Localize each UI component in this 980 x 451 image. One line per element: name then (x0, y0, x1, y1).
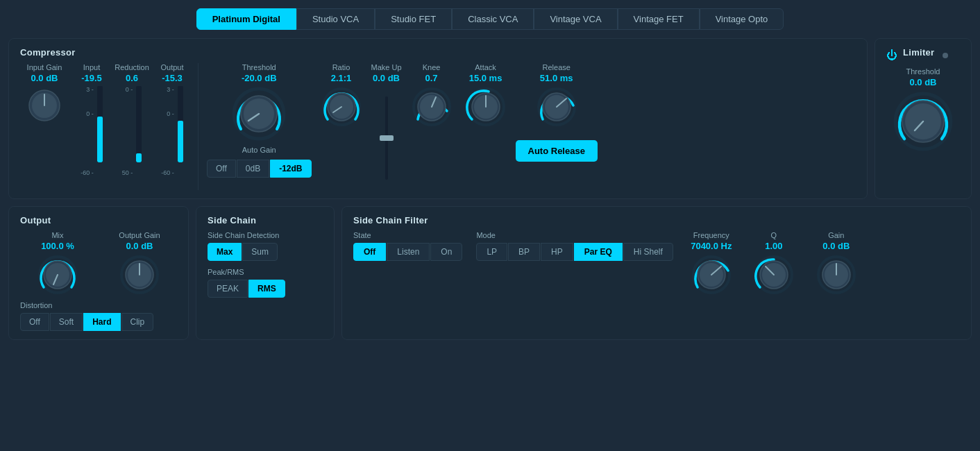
filter-gain-knob[interactable] (816, 254, 857, 296)
sidechainfilter-title: Side Chain Filter (353, 215, 960, 226)
tab-vintage-vca[interactable]: Vintage VCA (534, 8, 617, 30)
threshold-knob[interactable] (231, 86, 287, 142)
distortion-soft[interactable]: Soft (50, 313, 83, 331)
peakrms-label: Peak/RMS (208, 268, 323, 276)
knee-group: Knee 0.7 (407, 63, 456, 128)
auto-gain-buttons: Off 0dB -12dB (207, 160, 312, 178)
mix-group: Mix 100.0 % (33, 231, 82, 296)
sidechainfilter-panel: Side Chain Filter State Off Listen On Mo… (341, 206, 972, 340)
input-gain-knob[interactable] (25, 86, 64, 125)
sidechain-content: Side Chain Detection Max Sum Peak/RMS PE… (208, 231, 323, 298)
state-on[interactable]: On (430, 243, 462, 261)
attack-knob[interactable] (465, 86, 507, 128)
mode-bp[interactable]: BP (508, 243, 540, 261)
mode-pareq[interactable]: Par EQ (574, 243, 623, 261)
filter-gain-group: Gain 0.0 dB (812, 231, 861, 296)
auto-gain-12db[interactable]: -12dB (270, 160, 311, 178)
output-vu-group: Output -15.3 3 - 0 - -60 - (155, 63, 189, 169)
frequency-value: 7040.0 Hz (691, 241, 732, 251)
knee-value: 0.7 (425, 73, 437, 83)
makeup-value: 0.0 dB (373, 73, 400, 83)
release-knob[interactable] (536, 86, 577, 128)
limiter-threshold-value: 0.0 dB (909, 77, 936, 87)
limiter-threshold-knob[interactable] (892, 90, 954, 153)
ratio-knob[interactable] (321, 86, 362, 128)
compressor-panel: Compressor Input Gain 0.0 dB (8, 38, 868, 199)
makeup-slider[interactable] (376, 86, 397, 190)
frequency-label: Frequency (693, 231, 729, 239)
distortion-hard[interactable]: Hard (83, 313, 120, 331)
limiter-title: Limiter (903, 47, 934, 58)
ratio-value: 2.1:1 (331, 73, 352, 83)
mix-knob[interactable] (37, 254, 78, 296)
input-gain-label: Input Gain (27, 63, 62, 71)
input-label: Input (83, 63, 100, 71)
tab-studio-fet[interactable]: Studio FET (375, 8, 452, 30)
tabs-bar: Platinum Digital Studio VCA Studio FET C… (8, 8, 972, 30)
attack-value: 15.0 ms (469, 73, 502, 83)
knee-knob[interactable] (411, 86, 453, 128)
mode-hishelf[interactable]: Hi Shelf (623, 243, 673, 261)
detection-section: Side Chain Detection Max Sum (208, 231, 323, 261)
auto-gain-off[interactable]: Off (207, 160, 236, 178)
output-gain-group: Output Gain 0.0 dB (115, 231, 164, 296)
threshold-value: -20.0 dB (242, 73, 277, 83)
output-knobs: Mix 100.0 % Output Gain 0.0 d (20, 231, 177, 296)
filter-content: State Off Listen On Mode LP BP HP Par EQ (353, 231, 960, 296)
output-gain-label: Output Gain (119, 231, 160, 239)
top-panels: Compressor Input Gain 0.0 dB (8, 38, 972, 206)
peakrms-peak[interactable]: PEAK (208, 280, 248, 298)
distortion-off[interactable]: Off (20, 313, 49, 331)
limiter-header: ⏻ Limiter (886, 47, 960, 63)
peakrms-buttons: PEAK RMS (208, 280, 323, 298)
input-vu-bar (97, 86, 103, 162)
tab-vintage-fet[interactable]: Vintage FET (618, 8, 700, 30)
attack-group: Attack 15.0 ms (462, 63, 510, 128)
limiter-status-dot (943, 53, 948, 58)
output-vu-scale: 3 - 0 - -60 - (161, 86, 176, 176)
q-label: Q (771, 231, 777, 239)
state-listen[interactable]: Listen (387, 243, 430, 261)
output-value: -15.3 (162, 73, 183, 83)
state-off[interactable]: Off (353, 243, 386, 261)
reduction-vu-group: Reduction 0.6 0 - 50 - (115, 63, 149, 169)
auto-release-button[interactable]: Auto Release (516, 140, 598, 162)
peakrms-rms[interactable]: RMS (248, 280, 285, 298)
threshold-group: Threshold -20.0 dB Auto Gain (207, 63, 312, 178)
attack-label: Attack (475, 63, 496, 71)
tab-classic-vca[interactable]: Classic VCA (452, 8, 534, 30)
tab-vintage-opto[interactable]: Vintage Opto (700, 8, 784, 30)
app-container: Platinum Digital Studio VCA Studio FET C… (0, 0, 980, 451)
detection-max[interactable]: Max (208, 243, 242, 261)
reduction-value: 0.6 (126, 73, 138, 83)
mix-label: Mix (51, 231, 63, 239)
q-group: Q 1.00 (750, 231, 798, 296)
mode-label: Mode (476, 231, 673, 239)
output-title: Output (20, 215, 177, 226)
output-panel: Output Mix 100.0 % (8, 206, 189, 340)
makeup-group: Make Up 0.0 dB (371, 63, 402, 190)
output-gain-knob[interactable] (119, 254, 160, 296)
distortion-section: Distortion Off Soft Hard Clip (20, 301, 177, 331)
state-section: State Off Listen On (353, 231, 462, 261)
distortion-buttons: Off Soft Hard Clip (20, 313, 177, 331)
output-vu-bar (178, 86, 183, 162)
power-icon[interactable]: ⏻ (886, 49, 897, 62)
output-label: Output (160, 63, 183, 71)
knee-label: Knee (423, 63, 441, 71)
sidechain-title: Side Chain (208, 215, 323, 226)
frequency-knob[interactable] (691, 254, 732, 296)
limiter-threshold-group: Threshold 0.0 dB (886, 67, 960, 153)
mode-hp[interactable]: HP (541, 243, 573, 261)
detection-sum[interactable]: Sum (242, 243, 278, 261)
filter-gain-label: Gain (828, 231, 844, 239)
detection-label: Side Chain Detection (208, 231, 323, 239)
tab-studio-vca[interactable]: Studio VCA (296, 8, 375, 30)
distortion-clip[interactable]: Clip (121, 313, 154, 331)
q-knob[interactable] (753, 254, 795, 296)
mode-lp[interactable]: LP (476, 243, 507, 261)
reduction-vu-scale: 0 - 50 - (122, 86, 135, 176)
tab-platinum-digital[interactable]: Platinum Digital (196, 8, 296, 30)
auto-gain-0db[interactable]: 0dB (237, 160, 269, 178)
input-gain-group: Input Gain 0.0 dB (20, 63, 69, 125)
